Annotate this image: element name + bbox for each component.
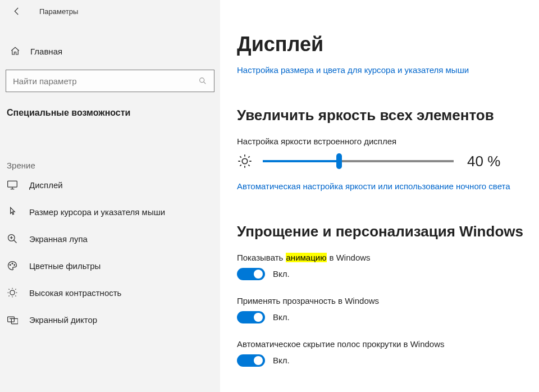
- search-container: [6, 70, 214, 92]
- scrollbars-state: Вкл.: [273, 355, 290, 365]
- sidebar-item-narrator[interactable]: Экранный диктор: [0, 306, 220, 333]
- palette-icon: [7, 260, 18, 271]
- svg-point-6: [10, 290, 15, 295]
- scrollbars-toggle[interactable]: [237, 354, 265, 367]
- sidebar-item-label: Дисплей: [29, 180, 63, 190]
- contrast-icon: [7, 287, 18, 298]
- page-title: Дисплей: [237, 33, 528, 56]
- brightness-section-title: Увеличить яркость всех элементов: [237, 107, 528, 124]
- brightness-percent: 40 %: [467, 153, 500, 170]
- transparency-toggle-row: Вкл.: [237, 311, 528, 323]
- slider-thumb[interactable]: [336, 153, 342, 169]
- brightness-label: Настройка яркости встроенного дисплея: [237, 136, 528, 146]
- monitor-icon: [7, 179, 18, 190]
- animations-label-highlight: анимацию: [286, 253, 327, 262]
- main-content: Дисплей Настройка размера и цвета для ку…: [220, 0, 539, 392]
- svg-point-4: [12, 263, 13, 264]
- magnifier-plus-icon: [7, 233, 18, 244]
- cursor-pointer-icon: [7, 206, 18, 217]
- scrollbars-toggle-row: Вкл.: [237, 354, 528, 367]
- night-light-link[interactable]: Автоматическая настройка яркости или исп…: [237, 180, 528, 193]
- sidebar-item-color-filters[interactable]: Цветные фильтры: [0, 252, 220, 279]
- transparency-label: Применять прозрачность в Windows: [237, 296, 528, 306]
- group-label: Зрение: [0, 124, 220, 171]
- sidebar-item-display[interactable]: Дисплей: [0, 171, 220, 198]
- search-icon: [198, 76, 207, 85]
- animations-toggle-row: Вкл.: [237, 268, 528, 280]
- sidebar-item-high-contrast[interactable]: Высокая контрастность: [0, 279, 220, 306]
- svg-rect-8: [11, 318, 18, 323]
- svg-rect-7: [8, 317, 15, 322]
- sidebar: Параметры Главная Специальные возможност…: [0, 0, 220, 392]
- svg-point-3: [10, 265, 11, 266]
- svg-point-9: [242, 159, 247, 164]
- app-title: Параметры: [39, 7, 78, 16]
- sidebar-item-label: Размер курсора и указателя мыши: [29, 207, 165, 217]
- animations-label-pre: Показывать: [237, 253, 286, 262]
- sun-icon: [237, 153, 253, 169]
- search-box[interactable]: [6, 70, 214, 92]
- sidebar-item-label: Цветные фильтры: [29, 261, 101, 271]
- sidebar-item-magnifier[interactable]: Экранная лупа: [0, 225, 220, 252]
- cursor-settings-link[interactable]: Настройка размера и цвета для курсора и …: [237, 64, 528, 76]
- animations-toggle[interactable]: [237, 268, 265, 280]
- sidebar-item-label: Высокая контрастность: [29, 288, 121, 298]
- category-title: Специальные возможности: [0, 108, 220, 124]
- narrator-icon: [7, 314, 18, 325]
- animations-state: Вкл.: [273, 269, 290, 279]
- slider-fill: [263, 160, 339, 162]
- svg-rect-1: [8, 181, 17, 187]
- home-icon: [10, 46, 20, 56]
- simplify-section-title: Упрощение и персонализация Windows: [237, 223, 528, 240]
- brightness-control: 40 %: [237, 153, 528, 170]
- transparency-state: Вкл.: [273, 312, 290, 322]
- animations-label-post: в Windows: [327, 253, 370, 262]
- home-button[interactable]: Главная: [0, 39, 220, 63]
- back-button[interactable]: [10, 4, 24, 18]
- sidebar-item-label: Экранная лупа: [29, 234, 88, 244]
- home-label: Главная: [30, 47, 62, 56]
- brightness-slider[interactable]: [263, 160, 454, 162]
- search-input[interactable]: [13, 76, 198, 86]
- title-bar: Параметры: [0, 0, 220, 22]
- sidebar-item-cursor[interactable]: Размер курсора и указателя мыши: [0, 198, 220, 225]
- scrollbars-label: Автоматическое скрытие полос прокрутки в…: [237, 339, 528, 349]
- animations-label: Показывать анимацию в Windows: [237, 253, 528, 262]
- svg-point-5: [14, 265, 15, 266]
- svg-point-0: [200, 78, 204, 83]
- sidebar-item-label: Экранный диктор: [29, 315, 97, 325]
- transparency-toggle[interactable]: [237, 311, 265, 323]
